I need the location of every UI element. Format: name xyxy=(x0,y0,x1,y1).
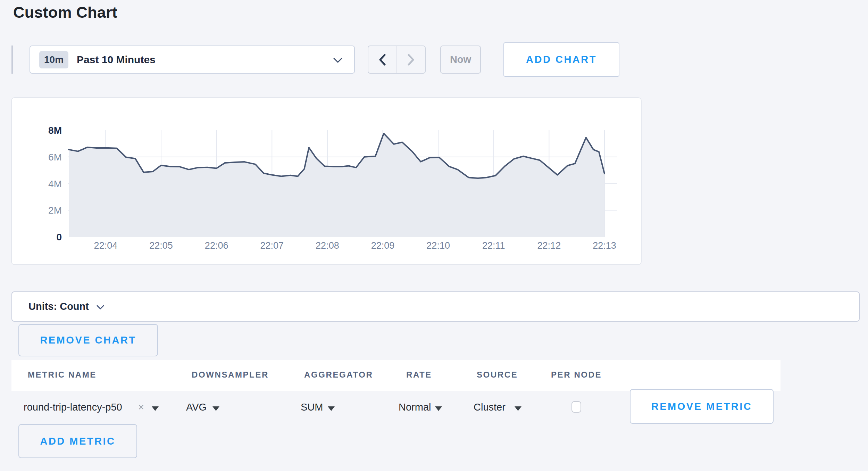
caret-down-icon[interactable] xyxy=(152,406,159,411)
caret-down-icon[interactable] xyxy=(212,406,219,411)
column-header-source: SOURCE xyxy=(477,370,518,380)
rate-select[interactable]: Normal xyxy=(399,402,431,413)
chevron-down-icon xyxy=(97,305,104,310)
column-header-rate: RATE xyxy=(406,370,432,380)
units-dropdown[interactable]: Units: Count xyxy=(11,291,860,322)
remove-metric-label: REMOVE METRIC xyxy=(651,401,752,412)
add-chart-label: ADD CHART xyxy=(526,54,597,65)
toolbar-divider xyxy=(11,46,13,74)
x-axis-tick-label: 22:08 xyxy=(316,240,339,251)
remove-chart-label: REMOVE CHART xyxy=(40,334,136,346)
now-button[interactable]: Now xyxy=(440,46,481,74)
x-axis-tick-label: 22:13 xyxy=(593,240,616,251)
x-axis-tick-label: 22:10 xyxy=(426,240,450,251)
caret-down-icon[interactable] xyxy=(435,406,442,411)
units-dropdown-label: Units: Count xyxy=(28,301,89,312)
add-metric-button[interactable]: ADD METRIC xyxy=(18,424,137,458)
column-header-aggregator: AGGREGATOR xyxy=(304,370,373,380)
latency-chart-svg: 8M6M4M2M022:0422:0522:0622:0722:0822:092… xyxy=(11,97,642,265)
y-axis-tick-label: 6M xyxy=(48,152,62,163)
y-axis-tick-label: 8M xyxy=(48,125,62,136)
chevron-left-icon xyxy=(378,54,386,66)
x-axis-tick-label: 22:07 xyxy=(260,240,284,251)
column-header-metric-name: METRIC NAME xyxy=(28,370,97,380)
caret-down-icon[interactable] xyxy=(328,406,335,411)
y-axis-tick-label: 4M xyxy=(48,179,62,189)
close-icon[interactable]: × xyxy=(138,402,144,413)
y-axis-tick-label: 0 xyxy=(56,232,62,242)
remove-metric-button[interactable]: REMOVE METRIC xyxy=(630,389,774,424)
time-window-label: Past 10 Minutes xyxy=(77,54,156,66)
prev-time-button[interactable] xyxy=(368,46,397,73)
metric-name-select[interactable]: round-trip-latency-p50 xyxy=(24,402,122,413)
y-axis-tick-label: 2M xyxy=(48,205,62,216)
column-header-per-node: PER NODE xyxy=(551,370,602,380)
chevron-right-icon xyxy=(407,54,415,66)
add-metric-label: ADD METRIC xyxy=(40,436,115,447)
chevron-down-icon xyxy=(333,58,342,63)
aggregator-select[interactable]: SUM xyxy=(301,402,323,413)
add-chart-button[interactable]: ADD CHART xyxy=(503,42,619,77)
x-axis-tick-label: 22:06 xyxy=(205,240,228,251)
next-time-button[interactable] xyxy=(397,46,425,73)
x-axis-tick-label: 22:09 xyxy=(371,240,395,251)
per-node-checkbox[interactable] xyxy=(571,401,581,413)
series-area xyxy=(69,133,604,237)
downsampler-select[interactable]: AVG xyxy=(186,402,207,413)
now-button-label: Now xyxy=(450,54,471,65)
time-window-badge: 10m xyxy=(39,51,68,68)
page-title: Custom Chart xyxy=(13,3,117,22)
x-axis-tick-label: 22:04 xyxy=(94,240,118,251)
source-select[interactable]: Cluster xyxy=(474,402,506,413)
metrics-table-header xyxy=(11,360,781,391)
x-axis-tick-label: 22:12 xyxy=(537,240,561,251)
x-axis-tick-label: 22:11 xyxy=(482,240,505,251)
caret-down-icon[interactable] xyxy=(515,406,521,411)
remove-chart-button[interactable]: REMOVE CHART xyxy=(18,324,158,356)
x-axis-tick-label: 22:05 xyxy=(149,240,173,251)
column-header-downsampler: DOWNSAMPLER xyxy=(192,370,269,380)
time-window-dropdown[interactable]: 10m Past 10 Minutes xyxy=(30,46,355,74)
time-pager xyxy=(368,46,426,74)
